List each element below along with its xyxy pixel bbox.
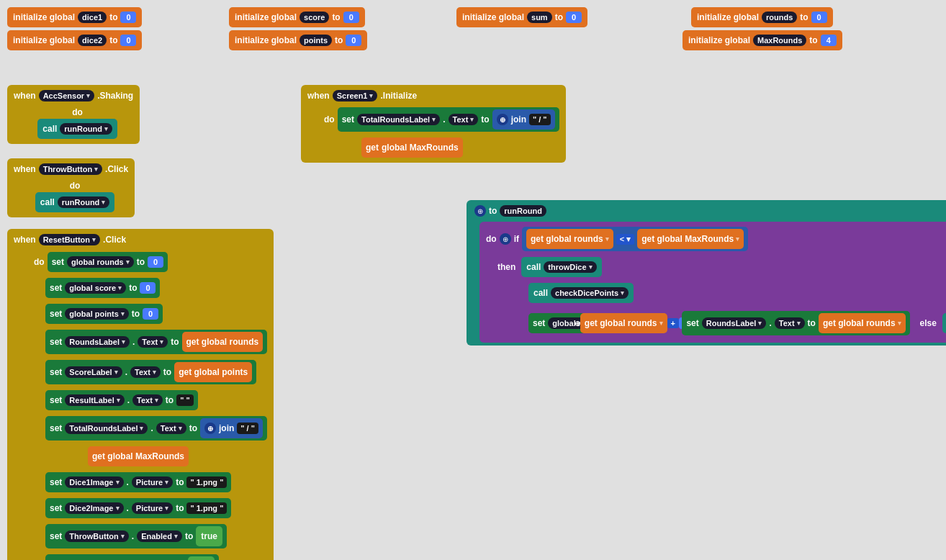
- canvas: initialize global dice1 to 0 initialize …: [0, 0, 946, 560]
- points-pill: points: [299, 35, 332, 46]
- runround-header-pill: runRound: [500, 205, 546, 217]
- init-dice1-block[interactable]: initialize global dice1 to 0: [7, 7, 142, 27]
- init-sum-block[interactable]: initialize global sum to 0: [456, 7, 587, 27]
- points-0-val: 0: [143, 308, 158, 320]
- join-circle-2: ⊕: [204, 423, 216, 434]
- set-score-0[interactable]: set global score ▾ to 0: [30, 276, 271, 300]
- do-call-runround-throw[interactable]: do call runRound ▾: [10, 179, 132, 214]
- text-pill-6: Text ▾: [775, 317, 805, 329]
- picture-pill-1: Picture ▾: [132, 477, 173, 488]
- set-roundslabel-text-2[interactable]: set RoundsLabel ▾ . Text ▾ to get global…: [647, 309, 913, 338]
- init-rounds-block[interactable]: initialize global rounds to 0: [691, 7, 833, 27]
- set-points-0[interactable]: set global points ▾ to 0: [30, 302, 271, 326]
- runround-pill-2: runRound ▾: [58, 197, 110, 208]
- resetbutton-pill: ResetButton ▾: [39, 234, 100, 245]
- init-score-block[interactable]: initialize global score to 0: [229, 7, 365, 27]
- accsensor-pill: AccSensor ▾: [39, 90, 94, 101]
- when-screen1-row[interactable]: when Screen1 ▾ .Initialize: [304, 88, 563, 104]
- when-throwbutton-row[interactable]: when ThrowButton ▾ .Click: [10, 161, 132, 177]
- join-circle: ⊕: [497, 114, 508, 125]
- set-scorelabel-text[interactable]: set ScoreLabel ▾ . Text ▾ to get global …: [30, 358, 271, 387]
- runround-pill-1: runRound ▾: [60, 123, 112, 135]
- score-pill: score: [299, 12, 329, 23]
- if-block: do ⊕ if get global rounds ▾ < ▾ get glob…: [479, 222, 946, 343]
- totalroundslabel-pill-2: TotalRoundsLabel ▾: [65, 423, 148, 434]
- init-maxrounds-block[interactable]: initialize global MaxRounds to 4: [683, 30, 842, 50]
- do-if-row[interactable]: do ⊕ if get global rounds ▾ < ▾ get glob…: [482, 225, 946, 253]
- set-resultlabel-text[interactable]: set ResultLabel ▾ . Text ▾ to " ": [30, 388, 271, 412]
- get-maxrounds-row-1[interactable]: get global MaxRounds: [304, 135, 563, 160]
- maxrounds-value: 4: [821, 35, 837, 46]
- throwbutton-pill: ThrowButton ▾: [39, 163, 102, 175]
- dice2-value: 0: [120, 35, 136, 46]
- to-circle: ⊕: [474, 205, 486, 217]
- do-set-totalroundslabel[interactable]: do set TotalRoundsLabel ▾ . Text ▾ to ⊕ …: [304, 105, 563, 134]
- throwbutton-click-group: when ThrowButton ▾ .Click do call runRou…: [7, 158, 135, 217]
- text-pill-3: Text ▾: [130, 366, 161, 378]
- rounds-value: 0: [811, 12, 827, 23]
- get-maxrounds-row-2[interactable]: get global MaxRounds: [30, 444, 271, 469]
- dice1-pill: dice1: [78, 12, 107, 23]
- set-rounds-increment[interactable]: set global rounds ▾ to ⊕ get global roun…: [494, 307, 946, 340]
- do-set-rounds-0[interactable]: do set global rounds ▾ to 0: [30, 250, 271, 274]
- rounds-0-val: 0: [148, 256, 163, 268]
- scorelabel-pill: ScoreLabel ▾: [65, 366, 122, 378]
- picture-pill-2: Picture ▾: [132, 502, 173, 514]
- dice1-value: 0: [120, 12, 136, 23]
- screen1-init-group: when Screen1 ▾ .Initialize do set TotalR…: [301, 85, 566, 163]
- init-points-block[interactable]: initialize global points to 0: [229, 30, 367, 50]
- maxrounds-pill: MaxRounds: [753, 35, 806, 46]
- global-rounds-pill-1: global rounds ▾: [67, 256, 134, 268]
- call-checkdice-row[interactable]: call checkDicePoints ▾: [494, 281, 946, 305]
- set-accsensor-enabled[interactable]: set AccSensor ▾ . Enabled ▾ to true: [30, 552, 271, 560]
- sum-pill: sum: [527, 12, 552, 23]
- enabled-pill-1: Enabled ▾: [137, 530, 182, 542]
- dice1image-pill: Dice1Image ▾: [65, 477, 123, 488]
- dice2-img-val: " 1.png ": [186, 502, 227, 514]
- init-dice2-block[interactable]: initialize global dice2 to 0: [7, 30, 142, 50]
- roundslabel-pill: RoundsLabel ▾: [65, 336, 130, 348]
- text-pill-5: Text ▾: [156, 423, 186, 434]
- do-call-runround-accsensor[interactable]: do call runRound ▾: [10, 105, 137, 141]
- set-roundslabel-text[interactable]: set RoundsLabel ▾ . Text ▾ to get global…: [30, 328, 271, 356]
- accsensor-shaking-group: when AccSensor ▾ .Shaking do call runRou…: [7, 85, 140, 144]
- resetbutton-click-group: when ResetButton ▾ .Click do set global …: [7, 229, 274, 560]
- when-resetbutton-row[interactable]: when ResetButton ▾ .Click: [10, 232, 271, 248]
- math-circle: ⊕ get global rounds ▾ + 1: [629, 317, 640, 329]
- init-label: initialize global: [13, 12, 75, 22]
- screen1-pill: Screen1 ▾: [333, 90, 378, 101]
- rounds-pill: rounds: [762, 12, 797, 23]
- dice2image-pill: Dice2Image ▾: [65, 502, 123, 514]
- points-value: 0: [346, 35, 361, 46]
- set-dice2image-picture[interactable]: set Dice2Image ▾ . Picture ▾ to " 1.png …: [30, 496, 271, 520]
- throwbutton-enabled-pill: ThrowButton ▾: [65, 530, 128, 542]
- sum-value: 0: [566, 12, 582, 23]
- totalroundslabel-pill-1: TotalRoundsLabel ▾: [357, 114, 440, 125]
- dice1-img-val: " 1.png ": [186, 477, 227, 488]
- slash-string-1: " / ": [529, 114, 551, 125]
- global-score-pill-1: global score ▾: [65, 282, 126, 294]
- text-pill-2: Text ▾: [138, 336, 168, 348]
- global-points-pill-1: global points ▾: [65, 308, 128, 320]
- resultlabel-pill: ResultLabel ▾: [65, 394, 124, 406]
- dice2-pill: dice2: [78, 35, 107, 46]
- score-value: 0: [343, 12, 359, 23]
- text-pill-1: Text ▾: [449, 114, 479, 125]
- if-circle: ⊕: [500, 233, 511, 245]
- checkdice-pill: checkDicePoints ▾: [551, 287, 629, 299]
- roundslabel-pill-2: RoundsLabel ▾: [702, 317, 767, 329]
- runround-procedure-group: ⊕ to runRound do ⊕ if get global rounds: [467, 200, 946, 346]
- then-row: then call throwDice ▾: [494, 255, 946, 279]
- when-accsensor-row[interactable]: when AccSensor ▾ .Shaking: [10, 88, 137, 104]
- to-runround-header[interactable]: ⊕ to runRound: [471, 203, 946, 219]
- slash-string-2: " / ": [237, 423, 258, 434]
- throwdice-pill: throwDice ▾: [544, 261, 596, 273]
- else-row: else call endGame ▾: [916, 311, 946, 335]
- set-dice1image-picture[interactable]: set Dice1Image ▾ . Picture ▾ to " 1.png …: [30, 470, 271, 494]
- set-throwbutton-enabled[interactable]: set ThrowButton ▾ . Enabled ▾ to true: [30, 522, 271, 551]
- set-totalroundslabel-text[interactable]: set TotalRoundsLabel ▾ . Text ▾ to ⊕ joi…: [30, 414, 271, 443]
- score-0-val: 0: [140, 282, 156, 294]
- less-than-op: < ▾: [616, 234, 634, 245]
- text-pill-4: Text ▾: [132, 394, 163, 406]
- empty-string: " ": [176, 394, 194, 406]
